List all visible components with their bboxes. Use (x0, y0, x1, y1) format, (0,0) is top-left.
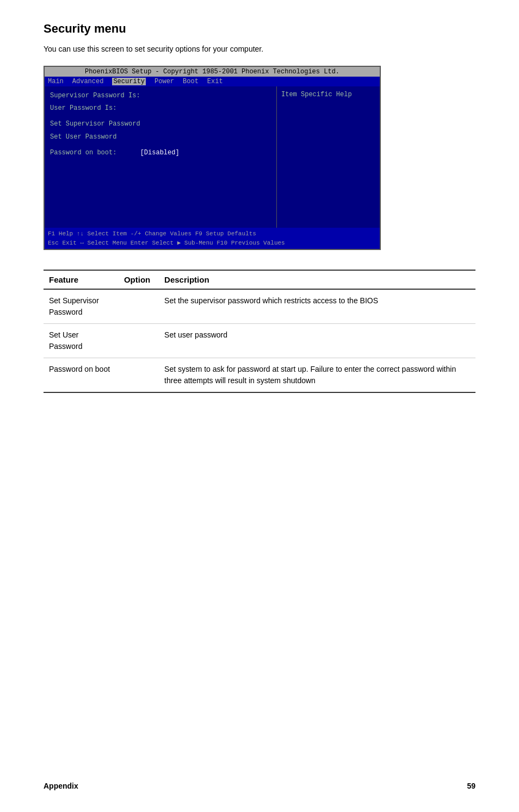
bios-menu-advanced[interactable]: Advanced (72, 78, 104, 85)
footer-page-number: 59 (467, 782, 475, 790)
table-row: Password on boot Set system to ask for p… (44, 358, 475, 393)
page-title: Security menu (44, 22, 475, 36)
col-option: Option (115, 270, 159, 289)
bios-menu-security[interactable]: Security (112, 78, 146, 85)
bios-help-label: Item Specific Help (281, 91, 352, 98)
bios-footer-line1: F1 Help ↑↓ Select Item -/+ Change Values… (48, 229, 376, 239)
option-password-on-boot (115, 358, 159, 393)
bios-supervisor-password-is: Supervisor Password Is: (50, 91, 271, 101)
feature-set-supervisor-password: Set SupervisorPassword (44, 289, 115, 324)
bios-menu-power[interactable]: Power (155, 78, 174, 85)
bios-footer: F1 Help ↑↓ Select Item -/+ Change Values… (45, 228, 380, 249)
feature-set-user-password: Set UserPassword (44, 324, 115, 358)
desc-password-on-boot: Set system to ask for password at start … (159, 358, 475, 393)
bios-menu-exit[interactable]: Exit (207, 78, 223, 85)
bios-footer-line2: Esc Exit ↔ Select Menu Enter Select ▶ Su… (48, 239, 376, 248)
bios-title-bar: PhoenixBIOS Setup - Copyright 1985-2001 … (45, 67, 380, 77)
page-footer: Appendix 59 (44, 782, 475, 790)
bios-menu-boot[interactable]: Boot (183, 78, 199, 85)
option-set-supervisor-password (115, 289, 159, 324)
bios-content-area: Supervisor Password Is: User Password Is… (45, 86, 380, 228)
bios-main-panel: Supervisor Password Is: User Password Is… (45, 86, 276, 228)
col-description: Description (159, 270, 475, 289)
bios-user-password-is: User Password Is: (50, 103, 271, 114)
bios-set-supervisor-password[interactable]: Set Supervisor Password (50, 119, 271, 129)
intro-paragraph: You can use this screen to set security … (44, 43, 348, 55)
bios-set-user-password[interactable]: Set User Password (50, 132, 271, 142)
table-row: Set UserPassword Set user password (44, 324, 475, 358)
footer-label: Appendix (44, 782, 78, 790)
feature-table: Feature Option Description Set Superviso… (44, 270, 475, 393)
desc-set-user-password: Set user password (159, 324, 475, 358)
bios-menu-bar: Main Advanced Security Power Boot Exit (45, 77, 380, 86)
bios-password-on-boot-value: [Disabled] (140, 149, 180, 157)
bios-password-on-boot[interactable]: Password on boot: [Disabled] (50, 148, 271, 158)
feature-password-on-boot: Password on boot (44, 358, 115, 393)
option-set-user-password (115, 324, 159, 358)
bios-help-panel: Item Specific Help (276, 86, 380, 228)
bios-menu-main[interactable]: Main (48, 78, 64, 85)
bios-screen: PhoenixBIOS Setup - Copyright 1985-2001 … (44, 66, 381, 250)
table-row: Set SupervisorPassword Set the superviso… (44, 289, 475, 324)
col-feature: Feature (44, 270, 115, 289)
table-header-row: Feature Option Description (44, 270, 475, 289)
desc-set-supervisor-password: Set the supervisor password which restri… (159, 289, 475, 324)
